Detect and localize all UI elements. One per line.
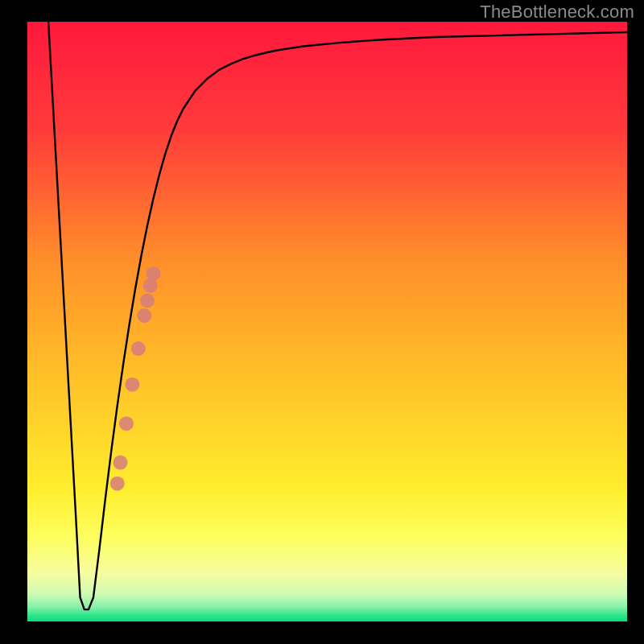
highlight-point <box>113 456 127 470</box>
highlight-point <box>110 477 125 491</box>
plot-area <box>27 22 627 621</box>
highlight-point <box>137 308 151 323</box>
highlight-point <box>131 341 146 356</box>
chart-container: TheBottleneck.com <box>0 0 644 644</box>
highlight-point <box>140 293 155 308</box>
highlight-point <box>119 416 134 431</box>
highlight-point <box>125 378 139 392</box>
watermark-label: TheBottleneck.com <box>480 2 634 23</box>
bottleneck-chart <box>0 0 644 644</box>
highlight-point <box>146 266 160 281</box>
